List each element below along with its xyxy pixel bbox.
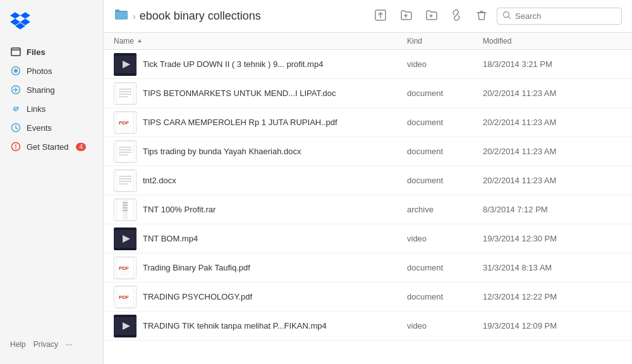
- svg-line-48: [600, 207, 603, 210]
- file-modified: 20/2/2014 11:23 AM: [483, 88, 597, 98]
- file-thumbnail: [114, 53, 137, 76]
- file-modified: 8/3/2014 7:12 PM: [483, 205, 597, 214]
- header-actions: [370, 6, 622, 27]
- file-thumbnail: PDF: [114, 257, 137, 279]
- sidebar-item-links[interactable]: Links: [0, 99, 103, 118]
- file-modified: 20/2/2014 11:23 AM: [483, 147, 597, 156]
- folder-icon: [114, 8, 129, 24]
- svg-rect-14: [116, 83, 134, 104]
- delete-button[interactable]: [471, 6, 492, 27]
- file-link-action[interactable]: [597, 320, 622, 332]
- file-link-action[interactable]: [597, 233, 622, 245]
- file-list: Tick Trade UP DOWN II ( 3 tehnik ) 9... …: [104, 50, 632, 364]
- sidebar-item-photos-label: Photos: [27, 66, 52, 76]
- more-options[interactable]: ···: [66, 340, 72, 349]
- file-link-action[interactable]: [597, 87, 622, 99]
- file-link-action[interactable]: [597, 174, 622, 186]
- svg-rect-0: [11, 48, 20, 56]
- file-link-action[interactable]: [597, 291, 622, 303]
- file-name-cell: TNT 100% Profit.rar: [114, 198, 407, 221]
- table-row[interactable]: TNT 100% Profit.rar archive 8/3/2014 7:1…: [104, 195, 632, 224]
- file-kind: document: [407, 88, 483, 98]
- sharing-icon: [10, 84, 21, 95]
- file-link-action[interactable]: [597, 116, 622, 128]
- svg-line-20: [600, 91, 603, 94]
- sidebar-nav: Files Photos Sharing Links Events: [0, 42, 103, 332]
- file-name: TRADING TIK tehnik tanpa melihat P...FIK…: [143, 321, 327, 331]
- sidebar-item-files[interactable]: Files: [0, 42, 103, 61]
- file-name: Tick Trade UP DOWN II ( 3 tehnik ) 9... …: [143, 59, 323, 69]
- svg-line-33: [600, 149, 603, 152]
- sidebar-item-events[interactable]: Events: [0, 118, 103, 137]
- file-kind: video: [407, 234, 483, 243]
- sidebar-item-photos[interactable]: Photos: [0, 61, 103, 80]
- svg-line-8: [455, 14, 458, 16]
- table-row[interactable]: tnt2.docx document 20/2/2014 11:23 AM: [104, 166, 632, 195]
- privacy-link[interactable]: Privacy: [33, 340, 58, 349]
- column-modified: Modified: [483, 37, 597, 46]
- file-thumbnail: [114, 169, 137, 192]
- share-link-button[interactable]: [446, 6, 466, 27]
- file-name: TRADING PSYCHOLOGY.pdf: [143, 292, 252, 301]
- table-row[interactable]: TRADING TIK tehnik tanpa melihat P...FIK…: [104, 312, 632, 341]
- file-link-action[interactable]: [597, 145, 622, 157]
- search-icon: [502, 11, 511, 21]
- breadcrumb-arrow: ›: [133, 11, 136, 21]
- new-folder-button[interactable]: [421, 6, 441, 27]
- file-link-action[interactable]: [597, 58, 622, 70]
- file-link-action[interactable]: [597, 262, 622, 274]
- events-icon: [10, 122, 21, 133]
- file-name: tnt2.docx: [143, 176, 176, 185]
- svg-rect-34: [116, 170, 134, 191]
- file-modified: 20/2/2014 11:23 AM: [483, 176, 597, 185]
- file-modified: 19/3/2014 12:09 PM: [483, 321, 597, 331]
- sidebar-item-sharing[interactable]: Sharing: [0, 80, 103, 99]
- file-name: Tips trading by bunda Yayah Khaeriah.doc…: [143, 147, 301, 156]
- svg-text:PDF: PDF: [119, 120, 129, 126]
- sidebar-item-links-label: Links: [27, 104, 46, 114]
- svg-line-40: [600, 178, 603, 181]
- photos-icon: [10, 65, 21, 76]
- file-kind: document: [407, 118, 483, 127]
- file-modified: 19/3/2014 12:30 PM: [483, 234, 597, 243]
- file-thumbnail: [114, 140, 137, 163]
- file-modified: 20/2/2014 11:23 AM: [483, 118, 597, 127]
- main-content: › ebook binary collections: [104, 0, 632, 364]
- file-name-cell: PDF Trading Binary Pak Taufiq.pdf: [114, 257, 407, 279]
- file-link-action[interactable]: [597, 203, 622, 215]
- column-actions: [597, 37, 622, 46]
- file-name-cell: Tick Trade UP DOWN II ( 3 tehnik ) 9... …: [114, 53, 407, 76]
- file-thumbnail: PDF: [114, 111, 137, 134]
- search-input[interactable]: [515, 11, 616, 21]
- file-name: TNT BOM.mp4: [143, 234, 198, 243]
- file-name-cell: TIPS BETONMARKETS UNTUK MEND...I LIPAT.d…: [114, 82, 407, 105]
- help-link[interactable]: Help: [10, 340, 26, 349]
- table-row[interactable]: TNT BOM.mp4 video 19/3/2014 12:30 PM: [104, 224, 632, 253]
- sidebar: Files Photos Sharing Links Events: [0, 0, 104, 364]
- upload-file-button[interactable]: [370, 6, 391, 27]
- file-thumbnail: [114, 198, 137, 221]
- table-row[interactable]: PDF TIPS CARA MEMPEROLEH Rp 1 JUTA RUPIA…: [104, 108, 632, 137]
- column-name[interactable]: Name: [114, 37, 407, 46]
- table-row[interactable]: Tips trading by bunda Yayah Khaeriah.doc…: [104, 137, 632, 166]
- sidebar-item-get-started[interactable]: Get Started 4: [0, 137, 103, 156]
- table-row[interactable]: Tick Trade UP DOWN II ( 3 tehnik ) 9... …: [104, 50, 632, 79]
- svg-line-26: [600, 120, 603, 123]
- file-name-cell: PDF TIPS CARA MEMPEROLEH Rp 1 JUTA RUPIA…: [114, 111, 407, 134]
- breadcrumb-title: ebook binary collections: [140, 9, 261, 23]
- search-box: [497, 8, 622, 25]
- svg-line-13: [600, 62, 603, 64]
- file-name: TIPS BETONMARKETS UNTUK MEND...I LIPAT.d…: [143, 88, 336, 98]
- table-row[interactable]: PDF TRADING PSYCHOLOGY.pdf document 12/3…: [104, 282, 632, 312]
- svg-line-64: [600, 294, 603, 297]
- upload-folder-button[interactable]: [396, 6, 416, 27]
- files-icon: [10, 46, 21, 58]
- file-thumbnail: [114, 82, 137, 105]
- file-thumbnail: [114, 228, 137, 250]
- file-thumbnail: PDF: [114, 286, 137, 308]
- file-kind: video: [407, 321, 483, 331]
- sidebar-item-sharing-label: Sharing: [27, 85, 55, 95]
- file-thumbnail: [114, 315, 137, 337]
- table-row[interactable]: PDF Trading Binary Pak Taufiq.pdf docume…: [104, 253, 632, 282]
- table-row[interactable]: TIPS BETONMARKETS UNTUK MEND...I LIPAT.d…: [104, 79, 632, 108]
